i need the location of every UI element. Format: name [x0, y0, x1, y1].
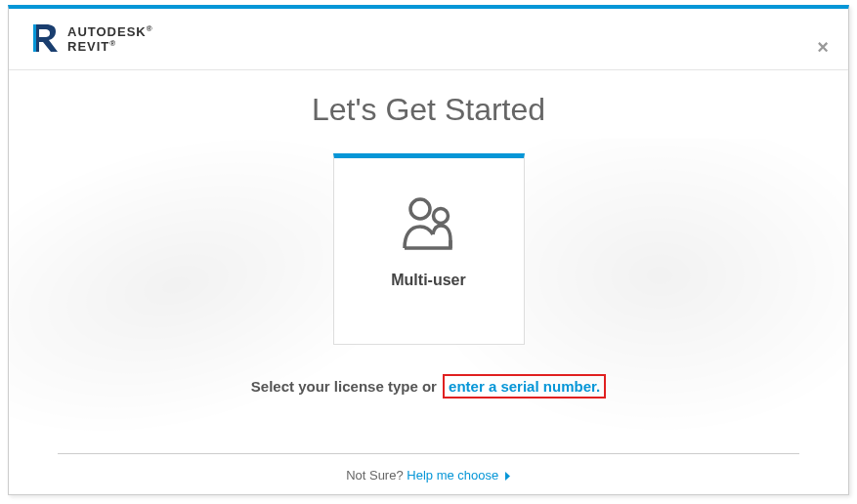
- dialog-footer: Not Sure? Help me choose: [58, 453, 799, 483]
- license-prompt: Select your license type or enter a seri…: [9, 374, 848, 399]
- card-label: Multi-user: [391, 272, 465, 289]
- revit-logo-icon: [30, 22, 58, 58]
- footer-text: Not Sure?: [346, 468, 407, 483]
- dialog-header: AUTODESK® REVIT® ×: [9, 9, 848, 70]
- dialog-content: Let's Get Started Multi-user Select your…: [9, 70, 848, 453]
- license-prompt-text: Select your license type or: [251, 378, 441, 395]
- page-title: Let's Get Started: [9, 92, 848, 128]
- enter-serial-link[interactable]: enter a serial number.: [443, 374, 606, 399]
- svg-point-1: [433, 209, 448, 224]
- help-choose-link[interactable]: Help me choose: [407, 468, 511, 483]
- brand-company: AUTODESK®: [67, 25, 153, 40]
- arrow-right-icon: [504, 469, 511, 483]
- close-icon[interactable]: ×: [817, 36, 829, 59]
- license-dialog: AUTODESK® REVIT® × Let's Get Started: [8, 5, 849, 495]
- brand-text: AUTODESK® REVIT®: [67, 25, 153, 54]
- brand-product: REVIT®: [67, 40, 153, 55]
- multi-user-icon: [399, 195, 459, 256]
- multi-user-card[interactable]: Multi-user: [333, 153, 525, 345]
- svg-point-0: [410, 199, 430, 219]
